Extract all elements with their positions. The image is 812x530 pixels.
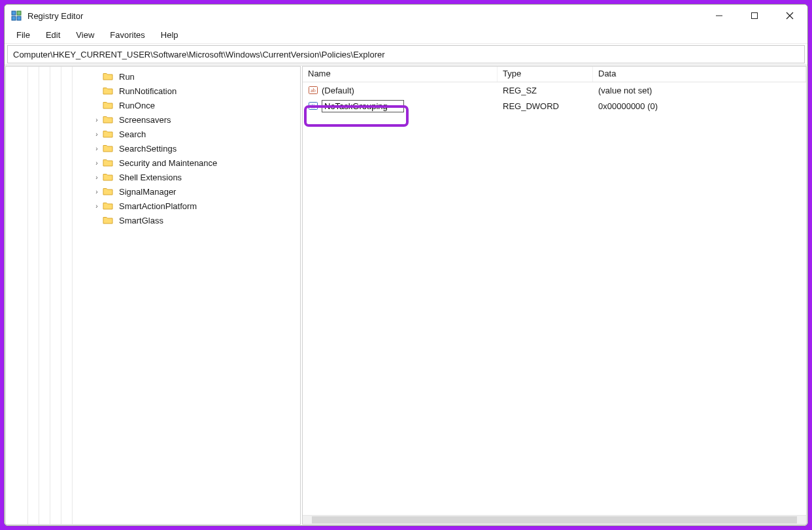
- dword-value-icon: 011110: [308, 101, 318, 111]
- folder-icon: [103, 187, 113, 196]
- tree-item-label: SignalManager: [117, 186, 178, 197]
- expand-chevron-icon[interactable]: ›: [92, 145, 101, 152]
- folder-icon: [103, 115, 113, 124]
- address-bar[interactable]: Computer\HKEY_CURRENT_USER\Software\Micr…: [7, 45, 805, 63]
- svg-rect-3: [17, 16, 21, 20]
- tree-item-search[interactable]: ›Search: [6, 127, 300, 141]
- svg-rect-1: [17, 11, 21, 15]
- expand-chevron-icon[interactable]: ›: [92, 116, 101, 124]
- address-path: Computer\HKEY_CURRENT_USER\Software\Micr…: [13, 50, 385, 59]
- value-type: REG_DWORD: [498, 101, 593, 111]
- col-type-header[interactable]: Type: [498, 67, 593, 82]
- value-name: (Default): [322, 86, 354, 95]
- tree-item-run[interactable]: Run: [6, 69, 300, 84]
- menu-favorites[interactable]: Favorites: [103, 28, 151, 42]
- folder-icon: [103, 66, 113, 67]
- menu-bar: File Edit View Favorites Help: [5, 27, 807, 44]
- menu-help[interactable]: Help: [154, 28, 185, 42]
- maximize-button[interactable]: [737, 5, 772, 27]
- value-rename-input[interactable]: [322, 100, 404, 112]
- list-header: Name Type Data: [303, 67, 806, 82]
- folder-icon: [103, 86, 113, 95]
- tree-item-signalmanager[interactable]: ›SignalManager: [6, 184, 300, 199]
- value-row[interactable]: 011110REG_DWORD0x00000000 (0): [303, 98, 806, 114]
- expand-chevron-icon[interactable]: ›: [92, 188, 101, 195]
- window-title: Registry Editor: [27, 11, 83, 21]
- tree-item-smartactionplatform[interactable]: ›SmartActionPlatform: [6, 199, 300, 213]
- expand-chevron-icon[interactable]: ›: [92, 174, 101, 181]
- svg-rect-5: [752, 13, 758, 19]
- tree-item-runnotification[interactable]: RunNotification: [6, 84, 300, 98]
- tree-item-label: SmartActionPlatform: [117, 201, 199, 212]
- folder-icon: [103, 101, 113, 110]
- tree-item-label: SearchSettings: [117, 143, 178, 154]
- folder-icon: [103, 173, 113, 182]
- expand-chevron-icon[interactable]: ›: [92, 203, 101, 210]
- value-data: (value not set): [593, 86, 806, 95]
- tree-item-runonce[interactable]: RunOnce: [6, 98, 300, 112]
- svg-rect-0: [12, 11, 16, 15]
- expand-chevron-icon[interactable]: ›: [92, 131, 101, 138]
- value-list-pane: Name Type Data ab(Default)REG_SZ(value n…: [302, 66, 807, 525]
- folder-icon: [103, 201, 113, 210]
- content-split: ›Group PolicyGrpConv›Holographic›ime›Imm…: [5, 65, 807, 525]
- titlebar: Registry Editor: [5, 5, 807, 27]
- folder-icon: [103, 129, 113, 139]
- value-row[interactable]: ab(Default)REG_SZ(value not set): [303, 82, 806, 98]
- menu-view[interactable]: View: [69, 28, 101, 42]
- tree-item-label: Security and Maintenance: [117, 157, 219, 169]
- tree-item-shell-extensions[interactable]: ›Shell Extensions: [6, 170, 300, 184]
- svg-text:ab: ab: [311, 88, 316, 93]
- tree-item-label: Screensavers: [117, 114, 173, 125]
- col-name-header[interactable]: Name: [303, 67, 498, 82]
- tree-item-label: Shell Extensions: [117, 172, 184, 183]
- tree-item-security-and-maintenance[interactable]: ›Security and Maintenance: [6, 156, 300, 170]
- tree-item-label: SmartGlass: [117, 215, 165, 226]
- menu-file[interactable]: File: [10, 28, 37, 42]
- close-button[interactable]: [772, 5, 807, 27]
- tree-item-label: RunNotification: [117, 86, 178, 97]
- tree-item-label: Search: [117, 129, 148, 140]
- tree-item-screensavers[interactable]: ›Screensavers: [6, 112, 300, 127]
- tree-item-searchsettings[interactable]: ›SearchSettings: [6, 141, 300, 156]
- string-value-icon: ab: [308, 85, 318, 95]
- value-data: 0x00000000 (0): [593, 101, 806, 111]
- folder-icon: [103, 144, 113, 153]
- svg-rect-2: [12, 16, 16, 20]
- folder-icon: [103, 158, 113, 167]
- folder-icon: [103, 216, 113, 225]
- horizontal-scrollbar[interactable]: [303, 515, 806, 524]
- value-type: REG_SZ: [498, 86, 593, 95]
- window-controls: [702, 5, 807, 27]
- expand-chevron-icon[interactable]: ›: [92, 159, 101, 167]
- col-data-header[interactable]: Data: [593, 67, 806, 82]
- tree-item-label: Run: [117, 71, 137, 82]
- tree-pane[interactable]: ›Group PolicyGrpConv›Holographic›ime›Imm…: [5, 66, 301, 525]
- tree-item-label: RADAR: [117, 66, 151, 68]
- tree-item-smartglass[interactable]: SmartGlass: [6, 213, 300, 227]
- menu-edit[interactable]: Edit: [39, 28, 67, 42]
- tree-item-label: RunOnce: [117, 100, 157, 111]
- minimize-button[interactable]: [702, 5, 737, 27]
- regedit-icon: [11, 10, 22, 22]
- registry-editor-window: Registry Editor File Edit View Favorites…: [4, 4, 808, 526]
- folder-icon: [103, 72, 113, 81]
- list-body[interactable]: ab(Default)REG_SZ(value not set)011110RE…: [303, 82, 806, 515]
- svg-text:110: 110: [311, 106, 315, 109]
